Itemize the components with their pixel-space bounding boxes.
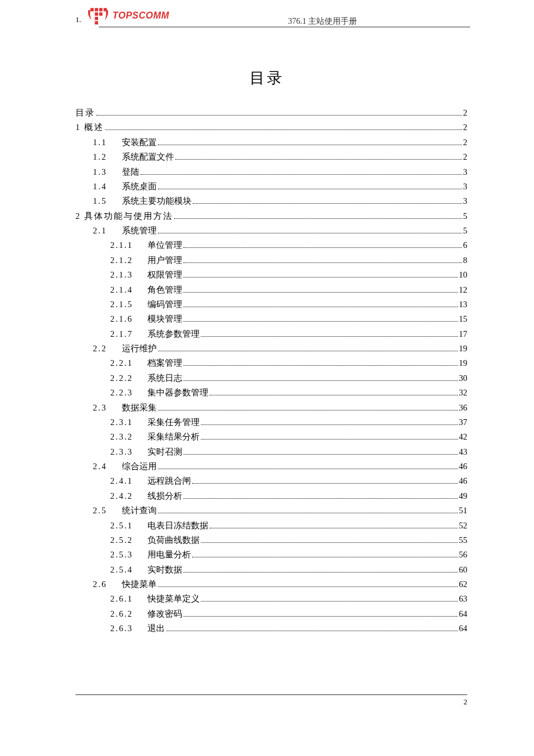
toc-entry-number: 2.3.2	[110, 430, 137, 444]
toc-entry: 2.3.1采集任务管理37	[75, 415, 467, 430]
toc-entry-label: 权限管理	[147, 268, 182, 282]
toc-leader-dots	[166, 631, 458, 631]
toc-entry: 2.2.2系统日志30	[75, 371, 467, 386]
toc-leader-dots	[183, 380, 458, 381]
toc-entry-label: 编码管理	[147, 297, 182, 312]
toc-entry-page: 46	[459, 459, 468, 474]
toc-entry-label: 1 概述	[75, 120, 104, 135]
toc-entry-page: 19	[459, 341, 468, 356]
toc-entry-label: 系统日志	[147, 371, 182, 386]
toc-entry: 2 具体功能与使用方法5	[75, 209, 467, 224]
toc-leader-dots	[183, 498, 458, 499]
toc-entry-number: 2.6.1	[110, 592, 137, 606]
svg-rect-7	[95, 21, 98, 24]
toc-entry-number: 2.5.1	[110, 519, 137, 533]
toc-entry: 2.1系统管理5	[75, 224, 467, 238]
toc-entry-page: 36	[459, 401, 468, 415]
toc-leader-dots	[183, 616, 458, 617]
toc-entry: 2.1.3权限管理10	[75, 268, 467, 282]
toc-leader-dots	[158, 410, 458, 411]
toc-entry: 2.6快捷菜单62	[75, 577, 467, 592]
toc-entry-number: 2.1.7	[110, 327, 137, 341]
toc-entry-label: 实时召测	[147, 445, 182, 459]
toc-entry-page: 52	[459, 519, 468, 533]
brand-logo: TOPSCOMM	[87, 6, 169, 26]
toc-entry-number: 2.3	[93, 401, 111, 415]
brand-mark-icon	[87, 6, 109, 26]
toc-entry-page: 43	[459, 445, 468, 459]
toc-entry-label: 负荷曲线数据	[147, 533, 200, 548]
toc-leader-dots	[158, 189, 462, 189]
toc-entry-number: 1.5	[93, 194, 111, 208]
toc-entry-page: 2	[463, 120, 467, 135]
toc-entry-label: 单位管理	[147, 238, 182, 253]
toc-entry: 1.5系统主要功能模块3	[75, 194, 467, 208]
toc-entry-page: 6	[463, 238, 467, 253]
toc-entry: 1.1安装配置2	[75, 135, 467, 150]
toc-entry: 2.2.3集中器参数管理32	[75, 386, 467, 400]
toc-entry-label: 电表日冻结数据	[147, 519, 208, 533]
toc-leader-dots	[183, 321, 458, 322]
header-divider	[99, 27, 470, 27]
toc-leader-dots	[193, 203, 462, 204]
toc-entry: 2.4综合运用46	[75, 459, 467, 474]
brand-name: TOPSCOMM	[113, 10, 169, 21]
toc-leader-dots	[201, 424, 458, 425]
toc-entry-page: 51	[459, 503, 468, 518]
svg-rect-0	[91, 8, 94, 12]
toc-entry-number: 2.4.1	[110, 474, 137, 488]
toc-entry-page: 2	[463, 135, 467, 150]
toc-entry-page: 64	[459, 607, 468, 621]
toc-leader-dots	[183, 292, 458, 293]
toc-entry-number: 2.1	[93, 224, 111, 238]
toc-entry-number: 2.5.3	[110, 548, 137, 562]
toc-entry: 2.4.2线损分析49	[75, 489, 467, 503]
document-title: 376.1 主站使用手册	[169, 16, 476, 27]
toc-entry-page: 30	[459, 371, 468, 386]
toc-entry-number: 2.1.5	[110, 297, 137, 312]
toc-leader-dots	[183, 277, 458, 278]
toc-entry: 2.5.2负荷曲线数据55	[75, 533, 467, 548]
toc-entry-label: 2 具体功能与使用方法	[75, 209, 173, 224]
svg-rect-2	[99, 8, 103, 12]
toc-entry-label: 模块管理	[147, 312, 182, 326]
toc-entry-label: 登陆	[122, 165, 139, 179]
toc-entry-label: 用户管理	[147, 253, 182, 268]
toc-entry-label: 系统主要功能模块	[122, 194, 192, 208]
toc-leader-dots	[210, 395, 458, 395]
toc-leader-dots	[192, 483, 458, 484]
toc-entry-label: 用电量分析	[147, 548, 191, 562]
toc-entry-page: 63	[459, 592, 468, 606]
toc-entry-page: 37	[459, 415, 468, 430]
toc-leader-dots	[201, 336, 458, 337]
toc-entry-label: 快捷菜单	[122, 577, 157, 592]
toc-entry-page: 60	[459, 563, 468, 577]
toc-entry-number: 2.3.1	[110, 415, 137, 430]
toc-entry-label: 修改密码	[147, 607, 182, 621]
toc-entry: 1 概述2	[75, 120, 467, 135]
toc-leader-dots	[158, 469, 458, 469]
toc-entry-page: 46	[459, 474, 468, 488]
toc-entry-label: 档案管理	[147, 356, 182, 370]
toc-leader-dots	[175, 159, 462, 160]
toc-entry-page: 17	[459, 327, 468, 341]
toc-entry-page: 19	[459, 356, 468, 370]
svg-rect-5	[99, 12, 103, 16]
toc-entry: 2.5.3用电量分析56	[75, 548, 467, 562]
toc-entry-number: 1.2	[93, 150, 111, 164]
toc-entry: 目录2	[75, 106, 467, 120]
toc-leader-dots	[210, 528, 458, 528]
toc-entry: 2.4.1远程跳合闸46	[75, 474, 467, 488]
toc-entry-label: 实时数据	[147, 563, 182, 577]
toc-entry-label: 远程跳合闸	[147, 474, 191, 488]
toc-entry: 2.5.4实时数据60	[75, 563, 467, 577]
toc-entry-number: 2.2.2	[110, 371, 137, 386]
toc-entry-label: 系统参数管理	[147, 327, 200, 341]
toc-leader-dots	[105, 129, 462, 130]
toc-leader-dots	[183, 454, 458, 455]
toc-entry-page: 42	[459, 430, 468, 444]
toc-entry-page: 5	[463, 209, 467, 224]
toc-entry-page: 56	[459, 548, 468, 562]
toc-entry-page: 3	[463, 194, 467, 208]
toc-entry-number: 2.3.3	[110, 445, 137, 459]
